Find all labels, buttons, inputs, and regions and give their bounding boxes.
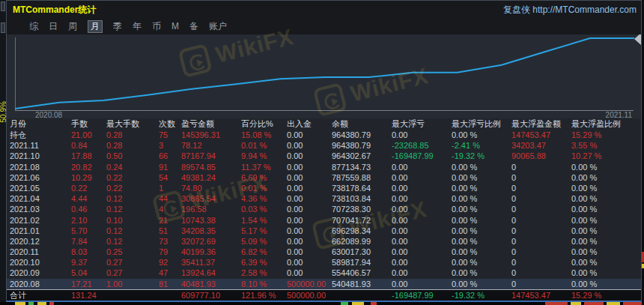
cell: 0.10 (106, 215, 159, 226)
cell: 0.00 (392, 226, 452, 236)
background-icon-fragment (1, 22, 5, 33)
cell: 964380.79 (332, 140, 392, 151)
cell: 6.82 % (241, 247, 287, 257)
cell: 0.00 % (571, 268, 641, 278)
cell: 0.00 % (452, 172, 511, 183)
cell: 34203.47 (511, 140, 571, 151)
cell: 121.96 % (241, 290, 287, 301)
brand-link[interactable]: 复盘侠 http://MTCommander.com (503, 4, 637, 16)
cell: 0.46 (71, 204, 106, 214)
cell: -23268.85 (392, 140, 452, 151)
cell: 35411.37 (181, 257, 241, 268)
cell: 0 (511, 226, 571, 236)
cell: 73 (159, 236, 181, 247)
cell: 75 (159, 130, 181, 140)
cell: 2021.10 (10, 151, 71, 161)
cell: 0.00 (392, 236, 452, 247)
cell: 0 (511, 162, 571, 172)
cell: 0.00 (287, 193, 332, 204)
menu-item-月[interactable]: 月 (88, 20, 103, 33)
cell: 3 (159, 140, 181, 151)
cell: 20.82 (71, 162, 106, 172)
cell: 持仓 (10, 130, 71, 140)
table-row-2021.06[interactable]: 2021.0610.290.225449381.246.69 %0.007875… (7, 172, 641, 183)
cell: 540481.93 (332, 279, 392, 289)
cell: 2020.11 (10, 247, 71, 257)
cell: 131.24 (71, 290, 106, 301)
background-app-left-sliver: 50.9% (0, 0, 6, 305)
cell: 47 (159, 268, 181, 278)
menu-item-M[interactable]: M (171, 21, 179, 32)
cell (159, 290, 181, 301)
table-row-2021.03[interactable]: 2021.030.460.124196.580.03 %0.00707238.3… (7, 204, 641, 214)
cell: 74.80 (181, 183, 241, 193)
equity-chart: 2020.08 2021.11 (7, 34, 641, 118)
table-row-2021.08[interactable]: 2021.0820.820.249189574.8511.37 %0.00877… (7, 162, 641, 172)
menu-item-币[interactable]: 币 (152, 21, 161, 32)
cell: 500000.00 (287, 290, 332, 301)
table-row-持仓[interactable]: 持仓21.000.2875145396.3115.08 %0.00964380.… (7, 130, 641, 140)
cell: 6.69 % (241, 172, 287, 183)
menu-item-账户[interactable]: 账户 (209, 21, 227, 32)
cell: 17.88 (71, 151, 106, 161)
cell: 554406.57 (332, 268, 392, 278)
menu-bar: 综日周月季年币M备账户 (7, 19, 641, 34)
column-header: 月份 (10, 118, 71, 130)
cell: 0.00 % (452, 193, 511, 204)
table-row-2021.10[interactable]: 2021.1017.880.506687167.949.94 %0.009643… (7, 151, 641, 161)
cell: 2020.10 (10, 257, 71, 268)
cell: 0.22 (71, 183, 106, 193)
menu-item-年[interactable]: 年 (133, 21, 142, 32)
table-row-2021.11[interactable]: 2021.110.840.28378.120.01 %0.00964380.79… (7, 140, 641, 151)
cell: 589817.94 (332, 257, 392, 268)
menu-item-季[interactable]: 季 (113, 21, 122, 32)
cell: 0 (511, 204, 571, 214)
cell: 0.00 (287, 226, 332, 236)
cell: 9.94 % (241, 151, 287, 161)
cell: 707238.30 (332, 204, 392, 214)
cell: 5.09 % (241, 236, 287, 247)
cell: 4.44 (71, 193, 106, 204)
background-vertical-percent-label: 50.9% (0, 78, 6, 123)
cell: 0.22 (106, 172, 159, 183)
table-row-2021.04[interactable]: 2021.044.440.124430865.544.36 %0.0073810… (7, 193, 641, 204)
cell: 2020.12 (10, 236, 71, 247)
cell: 0.00 % (452, 268, 511, 278)
menu-item-备[interactable]: 备 (189, 21, 198, 32)
table-row-2021.05[interactable]: 2021.050.220.22174.800.01 %0.00738178.64… (7, 183, 641, 193)
table-row-2020.12[interactable]: 2020.127.840.127332072.695.09 %0.0066208… (7, 236, 641, 247)
cell: 13924.64 (181, 268, 241, 278)
cell: 145396.31 (181, 130, 241, 140)
title-bar[interactable]: MTCommander统计 复盘侠 http://MTCommander.com (7, 1, 641, 19)
table-row-2021.02[interactable]: 2021.022.100.102110743.381.54 %0.0070704… (7, 215, 641, 226)
window-title: MTCommander统计 (13, 4, 96, 16)
cell: 877134.73 (332, 162, 392, 172)
table-row-2021.01[interactable]: 2021.015.700.125134208.355.17 %0.0069629… (7, 226, 641, 236)
cell: 0.00 % (571, 193, 641, 204)
cell: 2.58 % (241, 268, 287, 278)
table-row-2020.11[interactable]: 2020.118.030.257940199.366.82 %0.0063001… (7, 247, 641, 257)
table-row-2020.10[interactable]: 2020.109.370.279235411.376.39 %0.0058981… (7, 257, 641, 268)
menu-item-日[interactable]: 日 (49, 21, 58, 32)
table-total-row: 合计131.24609777.10121.96 %500000.00-16948… (7, 289, 641, 301)
table-row-2020.09[interactable]: 2020.095.040.274713924.642.58 %0.0055440… (7, 268, 641, 278)
cell: 0.00 (287, 257, 332, 268)
menu-item-综[interactable]: 综 (29, 21, 38, 32)
cell: 2.10 (71, 215, 106, 226)
cell: 0.00 (287, 130, 332, 140)
cell: 30865.54 (181, 193, 241, 204)
cell: 0.84 (71, 140, 106, 151)
cell: 0.00 (287, 172, 332, 183)
cell: 0.00 % (571, 279, 641, 289)
cell: 738103.84 (332, 193, 392, 204)
menu-item-周[interactable]: 周 (68, 21, 77, 32)
column-header: 余额 (332, 118, 392, 130)
cell: 0.00 % (452, 183, 511, 193)
cell: 10743.38 (181, 215, 241, 226)
table-row-2020.08[interactable]: 2020.0817.211.008140481.938.10 %500000.0… (7, 279, 641, 289)
cell: 92 (159, 257, 181, 268)
cell: 0.12 (106, 193, 159, 204)
cell: 87167.94 (181, 151, 241, 161)
cell: 0.00 (287, 151, 332, 161)
x-axis-label-end: 2021.11 (606, 111, 632, 118)
